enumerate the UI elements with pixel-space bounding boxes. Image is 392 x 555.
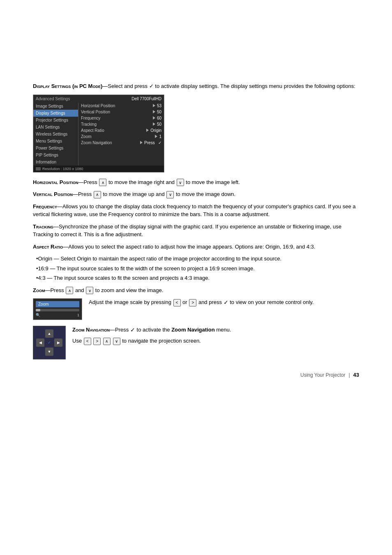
tracking-para: Tracking—Synchronize the phase of the di… xyxy=(33,223,359,239)
menu-item-menu-settings[interactable]: Menu Settings xyxy=(33,138,78,145)
zoom-navigation-para: Zoom Navigation—Press ✓ to activate the … xyxy=(72,326,231,334)
page-content: Display Settings (in PC Mode)—Select and… xyxy=(33,16,359,378)
zoom-icon-row: 🔍 1 xyxy=(36,313,79,317)
nav-right-btn[interactable]: ▶ xyxy=(54,339,62,347)
page-footer: Using Your Projector | 43 xyxy=(33,372,359,378)
down-arrow-icon: ∨ xyxy=(177,179,184,186)
menu-item-power-settings[interactable]: Power Settings xyxy=(33,145,78,152)
menu-row-horizontal-position: Horizontal Position 53 xyxy=(78,103,164,109)
footer-text: Using Your Projector xyxy=(300,372,345,378)
left-arrow-icon: < xyxy=(173,299,181,306)
menu-row-aspect-ratio: Aspect Ratio Origin xyxy=(78,127,164,134)
up-arrow-icon-2: ∧ xyxy=(94,191,101,198)
zoom-bar-fill xyxy=(36,309,40,311)
menu-item-information[interactable]: Information xyxy=(33,159,78,166)
down-btn-2: ∨ xyxy=(113,338,120,345)
resolution-text: Resolution : 1920 x 1080 xyxy=(42,167,83,171)
page-number: 43 xyxy=(353,372,359,378)
zoom-nav-mockup: ▲ ◀ ✓ ▶ ▼ xyxy=(33,326,66,359)
nav-up-btn[interactable]: ▲ xyxy=(45,329,53,338)
zoom-adjust-text: Adjust the image scale by pressing < or … xyxy=(89,298,314,307)
nav-left-btn[interactable]: ◀ xyxy=(36,339,44,347)
zoom-mockup: Zoom 🔍 1 xyxy=(33,298,82,320)
menu-row-zoom-navigation: Zoom Navigation Press ✓ xyxy=(78,140,164,146)
nav-cross-empty-1 xyxy=(36,329,44,338)
nav-center-check[interactable]: ✓ xyxy=(45,339,53,347)
nav-cross: ▲ ◀ ✓ ▶ ▼ xyxy=(36,329,62,356)
zoom-bar-label: Zoom xyxy=(36,301,79,307)
nav-cross-empty-3 xyxy=(36,348,44,356)
up-arrow-icon: ∧ xyxy=(99,179,106,186)
menu-row-zoom: Zoom 1 xyxy=(78,134,164,140)
down-arrow-icon-2: ∨ xyxy=(166,191,174,198)
zoom-bar-track xyxy=(36,309,79,311)
menu-item-lan-settings[interactable]: LAN Settings xyxy=(33,124,78,131)
zoom-bar-area: Zoom 🔍 1 xyxy=(33,298,82,320)
resolution-icon xyxy=(36,167,41,170)
menu-right-panel: Horizontal Position 53 Vertical Position… xyxy=(78,103,164,166)
horizontal-position-para: Horizontal Position—Press ∧ to move the … xyxy=(33,178,359,187)
down-arrow-icon-3: ∨ xyxy=(86,287,93,294)
footer-separator: | xyxy=(348,372,350,378)
aspect-ratio-para: Aspect Ratio—Allows you to select the as… xyxy=(33,243,359,251)
right-arrow-icon: > xyxy=(189,299,196,306)
nav-down-btn[interactable]: ▼ xyxy=(45,348,53,356)
zoom-section: Zoom 🔍 1 Adjust the image scale by press… xyxy=(33,298,359,320)
menu-item-image-settings[interactable]: Image Settings xyxy=(33,103,78,110)
up-btn-2: ∧ xyxy=(103,338,111,345)
menu-brand: Dell 7700FullHD xyxy=(131,97,161,101)
menu-left-panel: Image Settings Display Settings Projecto… xyxy=(33,103,78,166)
menu-body: Image Settings Display Settings Projecto… xyxy=(33,103,164,166)
menu-item-pip-settings[interactable]: PIP Settings xyxy=(33,152,78,159)
checkmark-icon-2: ✓ xyxy=(130,326,135,334)
menu-item-projector-settings[interactable]: Projector Settings xyxy=(33,117,78,124)
display-settings-section: Display Settings (in PC Mode)—Select and… xyxy=(33,82,359,90)
menu-header: Advanced Settings Dell 7700FullHD xyxy=(33,95,164,103)
zoom-para: Zoom—Press ∧ and ∨ to zoom and view the … xyxy=(33,286,359,295)
vertical-position-para: Vertical Position—Press ∧ to move the im… xyxy=(33,190,359,198)
menu-footer: Resolution : 1920 x 1080 xyxy=(33,166,164,172)
menu-item-display-settings[interactable]: Display Settings xyxy=(33,110,78,117)
display-settings-heading: Display Settings (in PC Mode)—Select and… xyxy=(33,83,355,89)
nav-cross-empty-4 xyxy=(54,348,62,356)
menu-row-frequency: Frequency 60 xyxy=(78,115,164,121)
bullet-origin: •Origin — Select Origin to maintain the … xyxy=(36,255,359,263)
up-arrow-icon-3: ∧ xyxy=(66,287,73,294)
right-btn-2: > xyxy=(93,338,101,345)
frequency-para: Frequency—Allows you to change the displ… xyxy=(33,203,359,219)
menu-title: Advanced Settings xyxy=(36,97,131,101)
zoom-navigation-use-text: Use < > ∧ ∨ to navigate the projection s… xyxy=(72,337,231,345)
menu-row-vertical-position: Vertical Position 50 xyxy=(78,109,164,115)
bullet-16-9: •16:9 — The input source scales to fit t… xyxy=(36,265,359,273)
zoom-search-icon: 🔍 xyxy=(36,313,40,317)
checkmark-icon: ✓ xyxy=(224,298,228,307)
menu-row-tracking: Tracking 50 xyxy=(78,121,164,127)
menu-item-wireless-settings[interactable]: Wireless Settings xyxy=(33,131,78,138)
nav-cross-empty-2 xyxy=(54,329,62,338)
bullet-4-3: •4:3 — The input source scales to fit th… xyxy=(36,274,359,282)
left-btn-2: < xyxy=(84,338,91,345)
zoom-navigation-text-area: Zoom Navigation—Press ✓ to activate the … xyxy=(72,326,231,345)
menu-mockup: Advanced Settings Dell 7700FullHD Image … xyxy=(33,94,164,173)
zoom-nav-section: ▲ ◀ ✓ ▶ ▼ Zoom Navigation—Press ✓ to act… xyxy=(33,326,359,359)
